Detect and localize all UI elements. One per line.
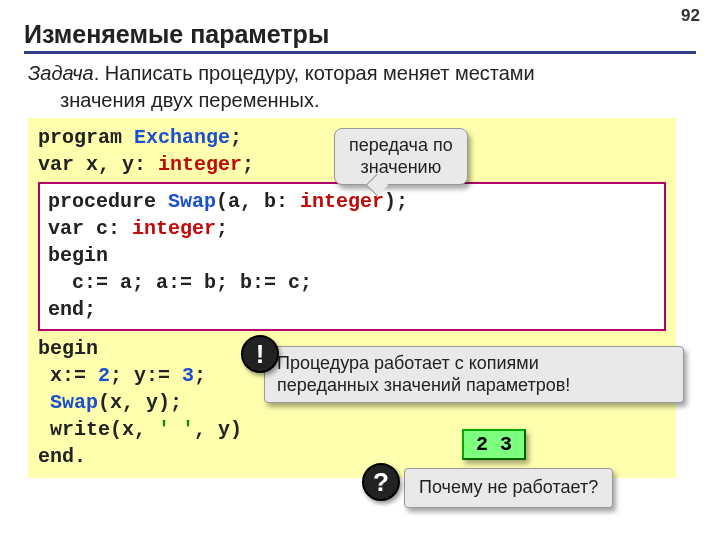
callout-line: Почему не работает?	[419, 477, 598, 497]
task-text: Задача. Написать процедуру, которая меня…	[28, 60, 696, 114]
callout-pass-by-value: передача по значению	[334, 128, 468, 185]
procedure-box: procedure Swap(a, b: integer); var c: in…	[38, 182, 666, 331]
task-label: Задача	[28, 62, 94, 84]
callout-line: значению	[360, 157, 441, 177]
code-line: procedure Swap(a, b: integer);	[48, 188, 656, 215]
callout-line: Процедура работает с копиями	[277, 353, 539, 373]
badge-label: !	[256, 339, 265, 370]
callout-copies-note: Процедура работает с копиями переданных …	[264, 346, 684, 403]
slide-title: Изменяемые параметры	[24, 20, 696, 54]
code-line: begin	[48, 242, 656, 269]
page-number: 92	[681, 6, 700, 26]
code-line: end.	[38, 443, 666, 470]
task-line-2: значения двух переменных.	[28, 87, 696, 114]
program-output: 2 3	[462, 429, 526, 460]
callout-line: переданных значений параметров!	[277, 375, 570, 395]
callout-question: Почему не работает?	[404, 468, 613, 508]
output-text: 2 3	[476, 433, 512, 456]
code-line: end;	[48, 296, 656, 323]
badge-label: ?	[373, 467, 389, 498]
code-line: var c: integer;	[48, 215, 656, 242]
code-line: c:= a; a:= b; b:= c;	[48, 269, 656, 296]
code-line: write(x, ' ', y)	[38, 416, 666, 443]
exclamation-badge-icon: !	[241, 335, 279, 373]
task-line-1: . Написать процедуру, которая меняет мес…	[94, 62, 535, 84]
question-badge-icon: ?	[362, 463, 400, 501]
callout-line: передача по	[349, 135, 453, 155]
